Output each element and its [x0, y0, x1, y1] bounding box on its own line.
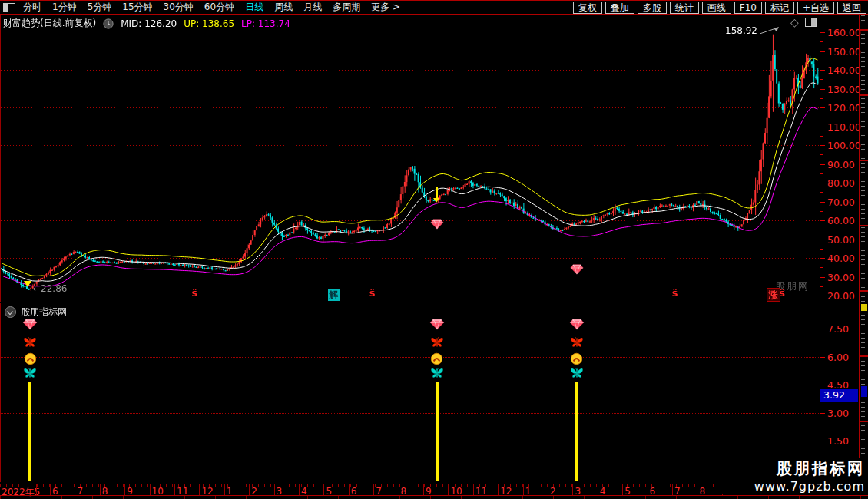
jie-signal-badge: 解 [328, 289, 340, 301]
price-minor-tick [820, 211, 823, 212]
toolbar-button-返回[interactable]: 返回 [837, 2, 866, 14]
month-separator [448, 484, 449, 496]
indicator-panel-title: 股朋指标网 [21, 306, 67, 319]
price-tick-mark [820, 164, 825, 165]
toolbar-button-F10[interactable]: F10 [734, 2, 762, 14]
month-separator [50, 484, 51, 496]
price-minor-tick [820, 136, 823, 137]
toolbar-button-多股[interactable]: 多股 [638, 2, 667, 14]
signal-butterfly-red-icon [22, 336, 38, 349]
period-tab-更多 >[interactable]: 更多 > [371, 1, 400, 14]
time-axis: 2022年56789101112123456789101112123456789 [0, 484, 820, 495]
clock-icon[interactable] [103, 18, 114, 29]
price-tick-mark [820, 183, 825, 183]
month-separator [399, 484, 399, 496]
month-separator [299, 484, 300, 496]
price-tick-label: 50.00 [827, 234, 855, 246]
indicator-tick-mark [820, 441, 825, 441]
sell-signal-marker: ŝ [190, 287, 199, 299]
price-tick-mark [820, 145, 825, 146]
price-tick-label: 140.00 [827, 64, 861, 76]
period-tab-1分钟[interactable]: 1分钟 [52, 1, 77, 14]
price-minor-tick [820, 249, 823, 250]
price-tick-label: 20.00 [827, 290, 855, 302]
site-watermark: 股朋指标网 www.7gpzb.com [719, 458, 865, 494]
period-tab-分时[interactable]: 分时 [23, 1, 41, 14]
indicator-gridline [1, 441, 820, 441]
price-tick-mark [820, 258, 825, 259]
price-tick-label: 40.00 [827, 253, 855, 264]
diamond-marker-icon[interactable]: ◇ [790, 17, 799, 28]
gem-marker [570, 264, 584, 275]
zhang-signal-badge: 涨 [767, 288, 780, 302]
month-separator [373, 484, 374, 496]
month-separator [523, 484, 524, 496]
toolbar-button-画线[interactable]: 画线 [702, 2, 731, 14]
yellow-arrow-tip [433, 198, 439, 203]
window-layout-icon[interactable] [3, 3, 15, 12]
signal-ball-icon [570, 352, 583, 365]
strip-marker-blue [861, 386, 867, 397]
indicator-gridline [1, 357, 820, 358]
price-minor-tick [820, 61, 823, 61]
price-minor-tick [820, 230, 823, 230]
period-tab-多周期[interactable]: 多周期 [333, 1, 360, 14]
month-separator [249, 484, 250, 496]
price-tick-mark [820, 107, 825, 108]
price-minor-tick [820, 173, 823, 174]
month-separator [36, 484, 37, 496]
period-tab-月线[interactable]: 月线 [303, 1, 322, 14]
signal-butterfly-cyan-icon [569, 367, 585, 380]
price-tick-mark [820, 220, 825, 221]
indicator-mid-value: MID: 126.20 [121, 18, 177, 29]
month-separator [349, 484, 350, 496]
current-value-badge: 3.92 [820, 389, 858, 402]
indicator-axis: 7.506.004.503.001.503.92 [820, 303, 859, 483]
indicator-tick-label: 1.50 [827, 435, 849, 447]
strip-marker-yellow [861, 304, 867, 311]
split-view-icon[interactable] [805, 18, 817, 27]
toolbar-button-+自选[interactable]: +自选 [797, 2, 834, 14]
month-separator [672, 484, 673, 496]
sell-signal-marker: ŝ [368, 287, 377, 299]
indicator-gridline [1, 329, 820, 329]
month-separator [548, 484, 548, 496]
panel-divider-line [0, 302, 859, 302]
candlestick-canvas[interactable] [1, 15, 820, 302]
month-separator [274, 484, 275, 496]
period-tab-15分钟[interactable]: 15分钟 [122, 1, 152, 14]
period-tab-30分钟[interactable]: 30分钟 [164, 1, 194, 14]
price-minor-tick [820, 79, 823, 80]
main-chart-panel[interactable]: 财富趋势(日线.前复权) MID: 126.20 UP: 138.65 LP: … [0, 15, 820, 302]
signal-gem-icon [569, 319, 585, 330]
price-tick-label: 130.00 [827, 84, 861, 95]
indicator-panel[interactable]: 股朋指标网 [0, 303, 820, 482]
indicator-gridline [1, 413, 820, 414]
toolbar-button-叠加[interactable]: 叠加 [605, 2, 634, 14]
period-tab-5分钟[interactable]: 5分钟 [88, 1, 112, 14]
price-tick-label: 70.00 [827, 197, 855, 208]
toolbar-button-统计[interactable]: 统计 [670, 2, 699, 14]
indicator-tick-mark [820, 385, 825, 385]
down-arrow-icon [24, 281, 31, 287]
period-tab-60分钟[interactable]: 60分钟 [204, 1, 234, 14]
toolbar-button-复权[interactable]: 复权 [573, 2, 602, 14]
month-separator [124, 484, 125, 496]
month-separator [622, 484, 623, 496]
period-tab-日线[interactable]: 日线 [245, 1, 263, 14]
collapse-chevron-icon[interactable] [5, 306, 16, 318]
month-separator [572, 484, 573, 496]
price-minor-tick [820, 41, 823, 42]
clipped-bottom-row [0, 496, 868, 499]
price-tick-mark [820, 127, 825, 127]
price-tick-label: 100.00 [827, 140, 861, 151]
period-tab-周线[interactable]: 周线 [274, 1, 293, 14]
annotation-arrow-icon [759, 25, 780, 36]
top-toolbar: 分时1分钟5分钟15分钟30分钟60分钟日线周线月线多周期更多 > 复权叠加多股… [0, 0, 868, 15]
toolbar-button-标记[interactable]: 标记 [765, 2, 794, 14]
signal-ball-icon [430, 352, 443, 365]
right-ruler-strip [859, 15, 868, 484]
price-minor-tick [820, 267, 823, 268]
period-tabs: 分时1分钟5分钟15分钟30分钟60分钟日线周线月线多周期更多 > [23, 1, 400, 14]
indicator-tick-mark [820, 413, 825, 414]
